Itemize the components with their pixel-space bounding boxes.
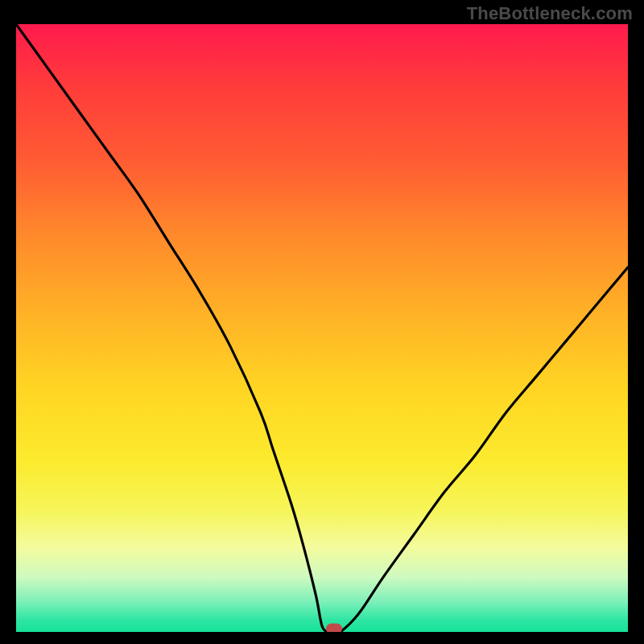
chart-frame: TheBottleneck.com (0, 0, 644, 644)
plot-area (16, 24, 628, 632)
watermark-text: TheBottleneck.com (467, 3, 633, 24)
bottleneck-curve (16, 24, 628, 632)
curve-path (16, 24, 628, 632)
optimal-marker (326, 624, 342, 632)
